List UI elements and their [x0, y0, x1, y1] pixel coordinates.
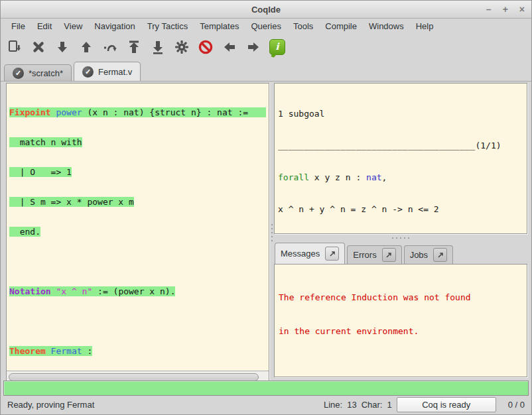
menu-bar: File Edit View Navigation Try Tactics Te…: [1, 19, 531, 34]
tab-label: Jobs: [410, 250, 428, 260]
goal-separator: ______________________________________(1…: [278, 141, 523, 151]
detach-button[interactable]: [382, 248, 396, 262]
code-line: | O => 1: [9, 167, 266, 177]
code-line: [9, 316, 266, 326]
code-line: Fixpoint power (x n : nat) {struct n} : …: [9, 107, 266, 117]
menu-item-help[interactable]: Help: [410, 19, 440, 33]
info-icon: i: [269, 39, 285, 55]
arrow-right-icon: [245, 39, 261, 55]
line-label: Line:: [324, 400, 342, 410]
goal-line: forall x y z n : nat,: [278, 172, 523, 183]
go-to-end-button[interactable]: [148, 37, 168, 57]
menu-item-view[interactable]: View: [58, 19, 88, 33]
vertical-splitter[interactable]: [269, 83, 274, 383]
goal-line: x ^ n + y ^ n = z ^ n -> n <= 2: [278, 204, 523, 215]
subgoal-count: 1 subgoal: [278, 109, 523, 119]
close-button[interactable]: ×: [519, 4, 525, 15]
tab-scratch[interactable]: ✓ *scratch*: [4, 64, 72, 81]
title-bar[interactable]: CoqIde – + ×: [1, 1, 531, 19]
menu-item-templates[interactable]: Templates: [194, 19, 245, 33]
detach-arrow-icon: [329, 251, 336, 257]
restart-button[interactable]: [124, 37, 144, 57]
next-occurrence-button[interactable]: [243, 37, 263, 57]
gear-icon: [174, 39, 190, 55]
progress-bar: [3, 381, 529, 396]
detach-arrow-icon: [385, 252, 392, 259]
checkmark-icon: ✓: [82, 66, 94, 78]
tab-label: *scratch*: [29, 68, 63, 78]
menu-item-edit[interactable]: Edit: [31, 19, 58, 33]
close-icon: [31, 39, 46, 55]
error-message-line: The reference Induction was not found: [279, 292, 523, 303]
code-line: Notation "x ^ n" := (power x n).: [9, 286, 266, 296]
about-button[interactable]: i: [267, 37, 287, 57]
code-line: match n with: [9, 137, 266, 147]
tab-jobs[interactable]: Jobs: [404, 245, 453, 264]
status-bar: Ready, proving Fermat Line: 13 Char: 1 C…: [1, 395, 531, 414]
char-value: 1: [387, 400, 391, 410]
status-message: Ready, proving Fermat: [7, 400, 94, 410]
curved-arrow-icon: [102, 39, 118, 55]
maximize-button[interactable]: +: [503, 4, 508, 15]
tab-label: Messages: [281, 249, 320, 259]
arrow-left-icon: [222, 39, 237, 55]
tab-label: Errors: [353, 250, 376, 260]
tab-errors[interactable]: Errors: [347, 245, 401, 264]
menu-item-tools[interactable]: Tools: [287, 19, 319, 33]
menu-item-file[interactable]: File: [5, 19, 31, 33]
save-icon: [7, 39, 23, 55]
goal-pane[interactable]: 1 subgoal ______________________________…: [274, 83, 527, 234]
forward-one-step-button[interactable]: [52, 37, 72, 57]
line-value: 13: [347, 400, 356, 410]
code-line: Theorem Fermat :: [9, 346, 266, 356]
previous-occurrence-button[interactable]: [220, 37, 239, 57]
detach-button[interactable]: [325, 247, 339, 261]
job-counter: 0 / 0: [508, 400, 525, 410]
tab-fermat[interactable]: ✓ Fermat.v: [74, 62, 141, 81]
menu-item-windows[interactable]: Windows: [363, 19, 410, 33]
error-message-line: in the current environment.: [279, 326, 523, 337]
code-editor-pane: Fixpoint power (x n : nat) {struct n} : …: [6, 83, 269, 383]
coq-state-indicator: Coq is ready: [397, 397, 496, 412]
code-line: | S m => x * power x m: [9, 197, 266, 207]
horizontal-splitter[interactable]: [274, 234, 527, 242]
stop-sign-icon: [198, 39, 214, 55]
menu-item-try-tactics[interactable]: Try Tactics: [141, 19, 194, 33]
messages-pane[interactable]: The reference Induction was not found in…: [274, 264, 527, 377]
scrollbar-thumb[interactable]: [9, 373, 259, 381]
toolbar: i: [1, 34, 531, 60]
window-title: CoqIde: [251, 5, 281, 15]
coqide-window: CoqIde – + × File Edit View Navigation T…: [0, 0, 532, 415]
backward-one-step-button[interactable]: [76, 37, 96, 57]
make-button[interactable]: [172, 37, 192, 57]
detach-arrow-icon: [437, 252, 444, 259]
go-to-cursor-button[interactable]: [100, 37, 120, 57]
menu-item-compile[interactable]: Compile: [319, 19, 363, 33]
close-buffer-button[interactable]: [29, 37, 48, 57]
interrupt-button[interactable]: [196, 37, 216, 57]
code-editor[interactable]: Fixpoint power (x n : nat) {struct n} : …: [7, 84, 269, 371]
char-label: Char:: [362, 400, 383, 410]
arrow-up-icon: [78, 39, 94, 55]
code-line: end.: [9, 227, 266, 237]
arrow-down-icon: [54, 39, 70, 55]
messages-tab-bar: Messages Errors Jobs: [274, 242, 527, 264]
tab-messages[interactable]: Messages: [275, 243, 345, 264]
arrow-up-to-bar-icon: [126, 39, 142, 55]
arrow-down-to-bar-icon: [150, 39, 166, 55]
code-line: [9, 257, 266, 267]
document-tab-bar: ✓ *scratch* ✓ Fermat.v: [1, 60, 531, 82]
detach-button[interactable]: [433, 248, 447, 262]
minimize-button[interactable]: –: [486, 4, 492, 15]
menu-item-navigation[interactable]: Navigation: [88, 19, 141, 33]
checkmark-icon: ✓: [13, 68, 24, 79]
save-button[interactable]: [5, 37, 25, 57]
tab-label: Fermat.v: [98, 67, 132, 77]
menu-item-queries[interactable]: Queries: [245, 19, 287, 33]
